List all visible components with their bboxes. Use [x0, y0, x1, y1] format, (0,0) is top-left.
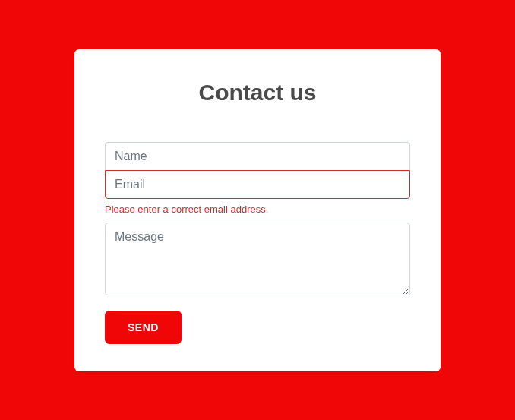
contact-form-card: Contact us Please enter a correct email … [74, 49, 441, 371]
send-button[interactable]: SEND [105, 311, 182, 344]
message-textarea[interactable] [105, 223, 410, 295]
email-input[interactable] [105, 170, 410, 199]
email-error-message: Please enter a correct email address. [105, 204, 410, 215]
form-title: Contact us [105, 80, 410, 106]
input-group [105, 142, 410, 199]
name-input[interactable] [105, 142, 410, 170]
